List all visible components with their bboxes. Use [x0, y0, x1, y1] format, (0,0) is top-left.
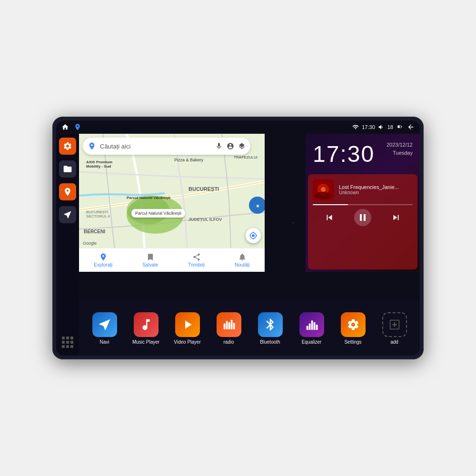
time-display: 17:30: [362, 124, 375, 130]
app-navi[interactable]: Navi: [89, 312, 120, 345]
svg-point-11: [315, 192, 332, 199]
account-icon[interactable]: [227, 142, 234, 150]
map-label-pizza: Pizza & Bakery: [174, 158, 203, 162]
home-icon[interactable]: [61, 123, 69, 131]
day-str: Tuesday: [387, 149, 413, 157]
app-video-player[interactable]: Video Player: [172, 312, 203, 345]
svg-text:★: ★: [256, 203, 260, 208]
map-container[interactable]: ★ AXIS PremiumMobility - Sud Pizza & Bak…: [79, 134, 265, 272]
main-content: ★ AXIS PremiumMobility - Sud Pizza & Bak…: [56, 134, 420, 356]
my-location-fab[interactable]: [246, 228, 261, 243]
clock-time: 17:30: [313, 141, 375, 167]
add-label: add: [390, 339, 398, 345]
svg-rect-20: [313, 322, 315, 330]
app-bluetooth[interactable]: Bluetooth: [255, 312, 286, 345]
settings-label: Settings: [344, 339, 361, 345]
map-label-berceni: BERCENI: [84, 229, 105, 234]
map-label-sector4: BUCUREȘTISECTORUL 4: [86, 210, 110, 218]
svg-rect-2: [401, 126, 402, 127]
app-radio[interactable]: radio: [213, 312, 244, 345]
album-art: [313, 179, 334, 200]
battery-level: 18: [387, 124, 393, 130]
map-news-btn[interactable]: Noutăți: [235, 253, 250, 268]
app-settings[interactable]: Settings: [337, 312, 368, 345]
device-screen: 17:30 18: [56, 120, 420, 356]
track-artist: Unknown: [339, 190, 413, 195]
bluetooth-label: Bluetooth: [260, 339, 280, 345]
music-player-label: Music Player: [132, 339, 159, 345]
date-str: 2023/12/12: [387, 141, 413, 149]
map-label-trap: TRAPEZULUI: [234, 155, 258, 159]
progress-fill: [313, 204, 348, 205]
equalizer-icon: [299, 312, 324, 337]
sidebar-navigation-icon[interactable]: [59, 206, 76, 223]
settings-app-icon: [341, 312, 366, 337]
map-search-bar[interactable]: Căutați aici: [83, 138, 250, 155]
device: 17:30 18: [52, 117, 424, 359]
radio-icon: [217, 312, 241, 337]
music-controls: [313, 209, 413, 226]
sidebar-settings-icon[interactable]: [59, 138, 76, 155]
status-right: 17:30 18: [352, 123, 415, 131]
map-saved-btn[interactable]: Salvate: [142, 253, 158, 268]
music-track-info: Lost Frequencies_Janie... Unknown: [313, 179, 413, 200]
music-player-icon: [134, 312, 159, 337]
svg-point-10: [321, 187, 326, 192]
app-music-player[interactable]: Music Player: [130, 312, 161, 345]
progress-bar[interactable]: [313, 204, 413, 205]
bluetooth-icon: [258, 312, 283, 337]
status-left: [61, 123, 82, 131]
news-label: Noutăți: [235, 262, 250, 268]
map-search-text: Căutați aici: [100, 143, 211, 150]
mic-icon[interactable]: [215, 142, 223, 150]
sidebar: [56, 134, 79, 356]
clock-section: 17:30 2023/12/12 Tuesday: [306, 134, 420, 172]
add-app-icon: [382, 312, 407, 337]
svg-rect-14: [228, 322, 230, 329]
back-icon[interactable]: [407, 123, 415, 131]
map-label-ilfov: JUDEȚUL ILFOV: [188, 217, 222, 222]
app-add[interactable]: add: [379, 312, 410, 345]
video-player-label: Video Player: [174, 339, 201, 345]
google-logo: Google: [83, 241, 97, 246]
navi-label: Navi: [99, 339, 109, 345]
map-background: ★ AXIS PremiumMobility - Sud Pizza & Bak…: [79, 134, 265, 272]
layers-icon[interactable]: [238, 142, 246, 150]
google-maps-logo: [88, 142, 96, 150]
right-panel: 17:30 2023/12/12 Tuesday: [306, 134, 420, 272]
prev-button[interactable]: [321, 209, 338, 226]
map-explore-btn[interactable]: Explorați: [94, 253, 112, 268]
next-button[interactable]: [387, 209, 405, 226]
svg-rect-15: [230, 320, 232, 329]
svg-rect-16: [233, 323, 235, 329]
track-details: Lost Frequencies_Janie... Unknown: [339, 184, 413, 195]
sidebar-maps-icon[interactable]: [59, 183, 76, 200]
svg-rect-1: [398, 126, 400, 128]
explore-label: Explorați: [94, 262, 112, 268]
video-player-icon: [175, 312, 200, 337]
music-section[interactable]: Lost Frequencies_Janie... Unknown: [308, 174, 417, 269]
map-label-axis: AXIS PremiumMobility - Sud: [86, 160, 112, 169]
sidebar-files-icon[interactable]: [59, 160, 76, 178]
app-grid-button[interactable]: [56, 337, 79, 352]
app-equalizer[interactable]: Equalizer: [296, 312, 327, 345]
map-share-btn[interactable]: Trimiteți: [188, 253, 205, 268]
pause-button[interactable]: [354, 209, 371, 226]
svg-rect-13: [226, 321, 228, 329]
saved-label: Salvate: [142, 262, 158, 268]
svg-rect-18: [308, 323, 310, 330]
svg-rect-17: [306, 326, 308, 330]
maps-status-icon[interactable]: [73, 123, 82, 131]
share-label: Trimiteți: [188, 262, 205, 268]
svg-rect-12: [223, 323, 225, 329]
status-bar: 17:30 18: [56, 120, 420, 134]
svg-rect-21: [316, 325, 317, 330]
map-label-buc: BUCUREȘTI: [188, 186, 219, 192]
navi-icon: [92, 312, 117, 337]
radio-label: radio: [223, 339, 234, 345]
track-name: Lost Frequencies_Janie...: [339, 184, 413, 190]
map-park-card: Parcul Natural Văcărești: [131, 209, 185, 218]
equalizer-label: Equalizer: [302, 339, 322, 345]
clock-date: 2023/12/12 Tuesday: [387, 141, 413, 157]
map-label-park: Parcul Natural Văcărești: [127, 196, 170, 200]
